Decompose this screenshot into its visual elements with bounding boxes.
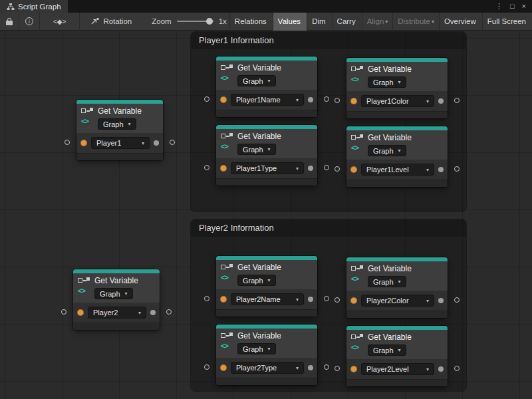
variable-name-dropdown[interactable]: Player2Color▾: [361, 295, 434, 307]
info-button[interactable]: i: [19, 13, 40, 31]
variable-scope-dropdown[interactable]: Graph▾: [368, 344, 406, 356]
get-variable-node[interactable]: <> Get Variable Graph▾ Player1▾: [76, 100, 163, 160]
value-input-port[interactable]: [77, 309, 84, 316]
variable-name-dropdown[interactable]: Player1▾: [91, 137, 150, 149]
variable-scope-dropdown[interactable]: Graph▾: [237, 275, 276, 286]
dim-button[interactable]: Dim: [307, 13, 331, 31]
value-output-port[interactable]: [324, 165, 329, 170]
value-output-port[interactable]: [454, 366, 460, 371]
group-title[interactable]: Player2 Information: [191, 219, 466, 237]
value-input-port[interactable]: [220, 165, 227, 172]
get-variable-node[interactable]: <> Get Variable Graph▾ Player2Color▾: [346, 257, 448, 318]
value-output-port[interactable]: [454, 297, 460, 303]
zoom-slider-knob[interactable]: [206, 18, 213, 25]
zoom-slider[interactable]: [177, 21, 213, 22]
zoom-label: Zoom: [152, 17, 171, 25]
graph-canvas[interactable]: Player1 Information Player2 Information …: [0, 31, 532, 399]
close-icon[interactable]: ×: [522, 3, 526, 10]
variable-scope-dropdown[interactable]: Graph▾: [368, 276, 406, 287]
value-output-port[interactable]: [454, 166, 460, 172]
variable-name-dropdown[interactable]: Player2Level▾: [361, 363, 434, 375]
flow-input-port[interactable]: [334, 297, 340, 303]
flow-input-port[interactable]: [204, 296, 209, 301]
value-output-port[interactable]: [170, 140, 175, 145]
flow-input-port[interactable]: [334, 166, 340, 172]
value-output-dot[interactable]: [438, 167, 444, 172]
flow-input-port[interactable]: [65, 140, 70, 145]
value-input-port[interactable]: [220, 96, 227, 103]
variable-scope-dropdown[interactable]: Graph▾: [98, 118, 136, 130]
flow-input-port[interactable]: [334, 366, 340, 371]
get-variable-node[interactable]: <> Get Variable Graph▾ Player2Type▾: [216, 325, 317, 385]
value-output-dot[interactable]: [154, 140, 159, 146]
value-output-port[interactable]: [324, 296, 329, 301]
variable-name-dropdown[interactable]: Player1Level▾: [361, 164, 434, 176]
value-input-port[interactable]: [350, 297, 357, 304]
value-output-dot[interactable]: [438, 298, 444, 303]
chevron-down-icon: ▾: [398, 148, 401, 154]
value-output-port[interactable]: [166, 309, 172, 315]
variable-name-dropdown[interactable]: Player1Color▾: [361, 95, 434, 107]
info-icon: i: [25, 17, 33, 25]
variable-scope-dropdown[interactable]: Graph▾: [368, 145, 406, 156]
maximize-icon[interactable]: □: [510, 3, 515, 10]
value-input-port[interactable]: [350, 366, 357, 372]
variable-name-dropdown[interactable]: Player2▾: [88, 307, 146, 319]
value-input-port[interactable]: [220, 364, 227, 371]
value-input-port[interactable]: [80, 140, 87, 146]
flow-input-port[interactable]: [334, 98, 340, 103]
value-output-dot[interactable]: [438, 366, 444, 372]
node-footer: [216, 178, 317, 186]
window-menu-icon[interactable]: ⋮: [495, 3, 503, 10]
value-output-dot[interactable]: [308, 97, 313, 102]
variable-scope-dropdown[interactable]: Graph▾: [94, 288, 133, 299]
carry-button[interactable]: Carry: [332, 13, 362, 31]
tab-script-graph[interactable]: Script Graph: [0, 0, 68, 13]
relations-button[interactable]: Relations: [229, 13, 273, 31]
value-input-port[interactable]: [350, 166, 357, 173]
overview-button[interactable]: Overview: [439, 13, 482, 31]
get-variable-node[interactable]: <> Get Variable Graph▾ Player2▾: [73, 269, 160, 330]
rotation-icon: [90, 17, 99, 25]
variable-scope-dropdown[interactable]: Graph▾: [237, 75, 276, 86]
get-variable-icon: <>: [351, 66, 364, 83]
chevron-down-icon: ▾: [138, 310, 141, 316]
get-variable-node[interactable]: <> Get Variable Graph▾ Player2Level▾: [346, 326, 448, 386]
variable-name-dropdown[interactable]: Player2Type▾: [231, 362, 304, 374]
fullscreen-button[interactable]: Full Screen: [482, 13, 532, 31]
lock-button[interactable]: [0, 13, 19, 31]
variable-name-dropdown[interactable]: Player2Name▾: [231, 293, 304, 305]
value-output-port[interactable]: [454, 98, 460, 103]
get-variable-node[interactable]: <> Get Variable Graph▾ Player1Type▾: [216, 125, 317, 186]
value-output-dot[interactable]: [308, 297, 313, 302]
value-output-port[interactable]: [324, 96, 329, 102]
value-output-dot[interactable]: [308, 365, 313, 370]
flow-input-port[interactable]: [204, 165, 209, 170]
variable-name-dropdown[interactable]: Player1Name▾: [231, 94, 304, 106]
value-output-port[interactable]: [324, 364, 329, 370]
flow-input-port[interactable]: [204, 364, 209, 370]
variable-scope-dropdown[interactable]: Graph▾: [237, 144, 276, 155]
variable-scope-dropdown[interactable]: Graph▾: [368, 76, 406, 88]
value-input-port[interactable]: [350, 98, 357, 104]
get-variable-node[interactable]: <> Get Variable Graph▾ Player1Name▾: [216, 57, 317, 117]
value-input-port[interactable]: [220, 296, 227, 303]
flow-input-port[interactable]: [204, 96, 209, 102]
value-output-dot[interactable]: [150, 310, 156, 315]
value-output-dot[interactable]: [308, 166, 313, 171]
values-button[interactable]: Values: [273, 13, 307, 31]
tab-title: Script Graph: [18, 3, 61, 11]
get-variable-node[interactable]: <> Get Variable Graph▾ Player1Level▾: [346, 126, 448, 187]
flow-input-port[interactable]: [61, 309, 66, 315]
variable-name-dropdown[interactable]: Player1Type▾: [231, 162, 304, 174]
view-options: Relations Values Dim Carry Align▾ Distri…: [229, 13, 532, 31]
value-output-dot[interactable]: [438, 98, 444, 104]
group-title[interactable]: Player1 Information: [191, 32, 466, 49]
get-variable-node[interactable]: <> Get Variable Graph▾ Player2Name▾: [216, 256, 317, 317]
get-variable-node[interactable]: <> Get Variable Graph▾ Player1Color▾: [346, 58, 448, 118]
ports-toggle-button[interactable]: <◆>: [40, 13, 80, 31]
distribute-button[interactable]: Distribute▾: [392, 13, 439, 31]
align-button[interactable]: Align▾: [362, 13, 393, 31]
get-variable-icon: <>: [221, 65, 234, 82]
variable-scope-dropdown[interactable]: Graph▾: [237, 343, 276, 354]
